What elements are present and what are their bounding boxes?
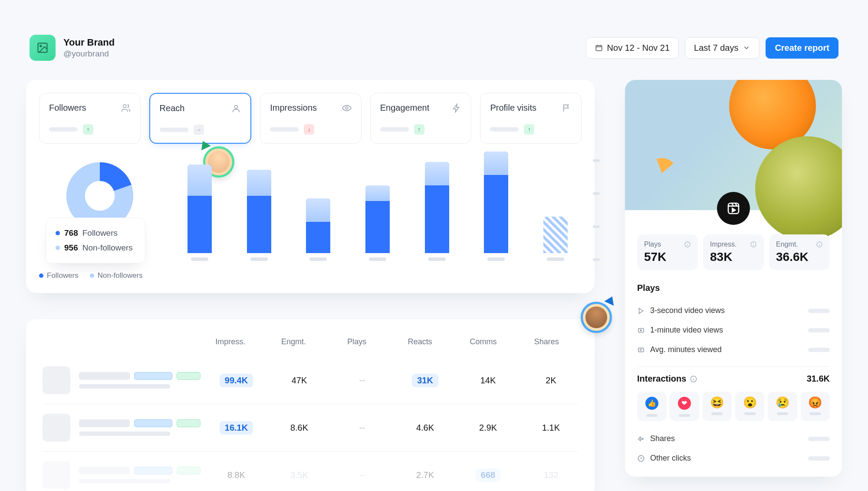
post-meta — [79, 467, 201, 483]
cell-engmt: 47K — [272, 376, 326, 386]
bar[interactable] — [543, 217, 568, 253]
metric-tab-engagement[interactable]: Engagement ↑ — [370, 93, 472, 144]
cell-plays: -- — [335, 470, 389, 480]
action-icon — [637, 435, 645, 443]
metric-tab-impressions[interactable]: Impressions ↓ — [260, 93, 362, 144]
reel-badge — [717, 192, 750, 225]
bar-tick — [309, 257, 327, 261]
bar-tick — [487, 257, 505, 261]
bar[interactable] — [484, 152, 508, 253]
grid-scale — [593, 157, 600, 264]
bar-group — [296, 198, 340, 261]
value-skeleton — [380, 127, 409, 132]
dot-followers-icon — [56, 231, 60, 235]
post-row[interactable]: 99.4K 47K -- 31K 14K 2K — [43, 357, 578, 404]
dot-icon — [90, 274, 94, 278]
cell-reacts: 4.6K — [398, 423, 452, 433]
trend-badge: ↓ — [304, 124, 314, 135]
cell-shares: 2K — [524, 376, 578, 386]
post-row[interactable]: 8.8K 3.5K -- 2.7K 668 132 — [43, 451, 578, 491]
cell-shares: 132 — [524, 470, 578, 480]
posts-columns: Impress.Engmt.PlaysReactsCommsShares — [43, 337, 578, 346]
bar-group — [533, 217, 577, 261]
dot-icon — [39, 274, 43, 278]
stat-value: 57K — [644, 250, 691, 264]
header-controls: Nov 12 - Nov 21 Last 7 days Create repor… — [586, 37, 838, 59]
svg-rect-13 — [638, 348, 644, 352]
reaction-button[interactable]: 😡 — [801, 392, 830, 421]
reaction-button[interactable]: 😮 — [735, 392, 764, 421]
bar[interactable] — [425, 162, 449, 253]
image-icon — [36, 42, 49, 54]
value-skeleton — [490, 127, 519, 132]
info-icon — [816, 241, 823, 248]
svg-rect-8 — [728, 203, 739, 214]
posts-table-card: Impress.Engmt.PlaysReactsCommsShares 99.… — [26, 319, 595, 491]
create-report-button[interactable]: Create report — [766, 37, 838, 59]
reel-icon — [727, 201, 740, 215]
video-metric-icon — [637, 346, 645, 354]
plays-list: 3-second video views 1-minute video view… — [637, 301, 830, 359]
bar-group — [237, 170, 281, 261]
bar-tick — [369, 257, 386, 261]
reaction-button[interactable]: ❤ — [670, 392, 699, 421]
video-metric-icon — [637, 326, 645, 334]
post-stats: Plays 57K Impress. 83K Engmt. 36.6K — [637, 234, 830, 270]
interactions-header: Interactions 31.6K — [637, 374, 830, 384]
cell-plays: -- — [335, 376, 389, 386]
bar[interactable] — [247, 170, 271, 253]
trend-badge: ↑ — [83, 124, 93, 135]
bar[interactable] — [187, 165, 212, 253]
footer-lines: Shares Other clicks — [637, 429, 830, 468]
post-thumbnail — [43, 414, 70, 442]
cell-plays: -- — [335, 423, 389, 433]
calendar-icon — [595, 44, 603, 52]
post-hero-image — [625, 80, 842, 210]
metric-tab-reach[interactable]: Reach → — [149, 93, 252, 144]
users-icon — [121, 103, 131, 113]
dot-nonfollowers-icon — [56, 246, 60, 250]
metric-title: Impressions — [270, 103, 317, 113]
date-range-button[interactable]: Nov 12 - Nov 21 — [586, 37, 679, 59]
value-skeleton — [808, 456, 830, 461]
stat-engmt: Engmt. 36.6K — [769, 234, 830, 270]
metric-tab-profile-visits[interactable]: Profile visits ↑ — [480, 93, 582, 144]
info-icon — [690, 375, 697, 383]
plays-line: 3-second video views — [637, 301, 830, 320]
footer-line: Shares — [637, 429, 830, 448]
legend-followers-value: 768 — [64, 228, 78, 238]
reaction-button[interactable]: 👍 — [637, 392, 666, 421]
user-icon — [231, 104, 241, 113]
cell-engmt: 3.5K — [272, 470, 326, 480]
cell-comms: 668 — [461, 468, 515, 482]
post-row[interactable]: 16.1K 8.6K -- 4.6K 2.9K 1.1K — [43, 404, 578, 451]
stat-impress: Impress. 83K — [703, 234, 764, 270]
value-skeleton — [160, 128, 188, 132]
value-skeleton — [270, 127, 299, 132]
plays-section-title: Plays — [637, 283, 830, 293]
bars-column — [174, 157, 582, 264]
plays-line: Avg. minutes viewed — [637, 340, 830, 359]
cell-reacts: 2.7K — [398, 470, 452, 480]
collaborator-avatar-blue — [581, 302, 612, 333]
period-select[interactable]: Last 7 days — [685, 37, 760, 59]
action-icon — [637, 455, 645, 462]
cell-comms: 14K — [461, 376, 515, 386]
value-skeleton — [808, 328, 830, 333]
reaction-button[interactable]: 😢 — [768, 392, 797, 421]
post-detail-panel: Plays 57K Impress. 83K Engmt. 36.6K Play… — [625, 80, 842, 477]
metric-tabs: Followers ↑ Reach → Impressions ↓ Engage… — [39, 93, 582, 144]
bar[interactable] — [306, 198, 330, 253]
reaction-button[interactable]: 😆 — [703, 392, 732, 421]
chart-legend: Followers Non-followers — [39, 271, 582, 280]
eye-icon — [342, 103, 352, 113]
metric-tab-followers[interactable]: Followers ↑ — [39, 93, 141, 144]
trend-badge: ↑ — [414, 124, 424, 135]
cell-impress: 8.8K — [209, 470, 263, 480]
bar-tick — [191, 257, 208, 261]
column-header: Shares — [515, 337, 578, 346]
bar[interactable] — [365, 185, 390, 253]
cell-impress: 16.1K — [209, 421, 263, 435]
stat-value: 83K — [710, 250, 757, 264]
stat-value: 36.6K — [776, 250, 823, 264]
